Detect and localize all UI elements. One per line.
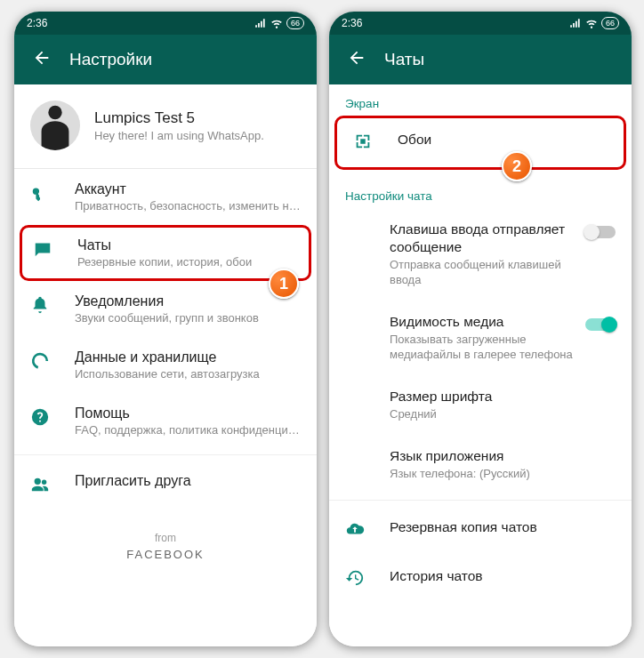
arrow-left-icon	[347, 48, 366, 68]
item-label: Размер шрифта	[390, 388, 616, 405]
item-wallpaper[interactable]: Обои	[334, 116, 626, 170]
section-screen: Экран	[329, 84, 632, 116]
item-label: История чатов	[390, 567, 616, 585]
item-media-visibility[interactable]: Видимость медиа Показывать загруженные м…	[329, 301, 632, 375]
arrow-left-icon	[32, 48, 52, 68]
divider	[14, 454, 317, 455]
item-sub: Звуки сообщений, групп и звонков	[75, 311, 301, 325]
wifi-icon	[585, 17, 598, 29]
settings-item-help[interactable]: Помощь FAQ, поддержка, политика конфиден…	[14, 393, 317, 449]
history-icon	[345, 568, 366, 591]
item-sub: Приватность, безопасность, изменить номе…	[75, 199, 301, 213]
footer-facebook: FACEBOOK	[14, 548, 317, 561]
footer: from FACEBOOK	[14, 509, 317, 561]
chat-icon	[33, 239, 54, 261]
settings-item-invite[interactable]: Пригласить друга	[14, 461, 317, 509]
settings-item-data[interactable]: Данные и хранилище Использование сети, а…	[14, 337, 317, 393]
back-button[interactable]	[25, 41, 59, 78]
help-icon	[30, 407, 52, 429]
step-badge-1: 1	[269, 269, 299, 299]
back-button[interactable]	[340, 41, 374, 78]
chats-settings-list: Экран Обои Настройки чата Клавиша ввода …	[329, 84, 632, 646]
item-chat-history[interactable]: История чатов	[329, 555, 632, 604]
person-silhouette-icon	[34, 102, 76, 150]
profile-name: Lumpics Test 5	[94, 109, 301, 127]
item-sub: Язык телефона: (Русский)	[390, 467, 616, 482]
bell-icon	[30, 295, 52, 317]
signal-icon	[569, 17, 582, 29]
page-title: Настройки	[69, 50, 152, 69]
status-bar: 2:36 66	[14, 12, 317, 35]
battery-icon: 66	[286, 17, 304, 29]
section-chat-settings: Настройки чата	[329, 170, 632, 208]
item-sub: Средний	[390, 407, 616, 422]
item-sub: Резервные копии, история, обои	[77, 255, 298, 269]
step-badge-2: 2	[502, 151, 532, 181]
status-icons: 66	[254, 17, 304, 29]
item-sub: FAQ, поддержка, политика конфиденциальн.…	[75, 423, 301, 437]
phone-chats: 2:36 66 Чаты Экран Обои Настройки чата К…	[329, 12, 632, 646]
cloud-upload-icon	[345, 519, 366, 542]
item-label: Уведомления	[75, 293, 301, 309]
item-label: Обои	[398, 131, 608, 148]
app-bar: Настройки	[14, 35, 317, 84]
item-label: Данные и хранилище	[75, 349, 301, 365]
status-icons: 66	[569, 17, 619, 29]
item-app-language[interactable]: Язык приложения Язык телефона: (Русский)	[329, 435, 632, 494]
settings-list: Lumpics Test 5 Hey there! I am using Wha…	[14, 84, 317, 646]
toggle-enter-key[interactable]	[585, 226, 616, 238]
settings-item-chats[interactable]: Чаты Резервные копии, история, обои	[20, 225, 311, 281]
item-label: Резервная копия чатов	[390, 518, 616, 536]
item-sub: Показывать загруженные медиафайлы в гале…	[390, 333, 578, 363]
signal-icon	[254, 17, 267, 29]
item-sub: Использование сети, автозагрузка	[75, 367, 301, 381]
item-font-size[interactable]: Размер шрифта Средний	[329, 375, 632, 435]
footer-from: from	[14, 532, 317, 544]
item-enter-key[interactable]: Клавиша ввода отправляет сообщение Отпра…	[329, 208, 632, 301]
item-label: Видимость медиа	[390, 313, 578, 331]
item-label: Аккаунт	[75, 181, 301, 197]
toggle-media-visibility[interactable]	[585, 318, 616, 331]
item-label: Клавиша ввода отправляет сообщение	[390, 221, 578, 256]
status-bar: 2:36 66	[329, 12, 632, 35]
item-label: Чаты	[77, 237, 298, 253]
people-icon	[30, 475, 52, 496]
profile-row[interactable]: Lumpics Test 5 Hey there! I am using Wha…	[14, 84, 317, 169]
status-time: 2:36	[27, 17, 47, 29]
wallpaper-icon	[353, 132, 374, 155]
phone-settings: 2:36 66 Настройки Lumpics Test 5 Hey the…	[14, 12, 317, 646]
avatar	[30, 100, 80, 150]
status-time: 2:36	[342, 17, 362, 29]
settings-item-account[interactable]: Аккаунт Приватность, безопасность, измен…	[14, 169, 317, 225]
battery-icon: 66	[601, 17, 619, 29]
wifi-icon	[270, 17, 283, 29]
item-sub: Отправка сообщений клавишей ввода	[390, 258, 578, 288]
item-chat-backup[interactable]: Резервная копия чатов	[329, 506, 632, 555]
app-bar: Чаты	[329, 35, 632, 84]
key-icon	[30, 183, 52, 205]
divider	[329, 500, 632, 501]
profile-status: Hey there! I am using WhatsApp.	[94, 129, 301, 142]
data-usage-icon	[30, 351, 52, 373]
item-label: Пригласить друга	[75, 473, 301, 489]
page-title: Чаты	[384, 50, 424, 69]
item-label: Помощь	[75, 405, 301, 421]
item-label: Язык приложения	[390, 447, 616, 465]
